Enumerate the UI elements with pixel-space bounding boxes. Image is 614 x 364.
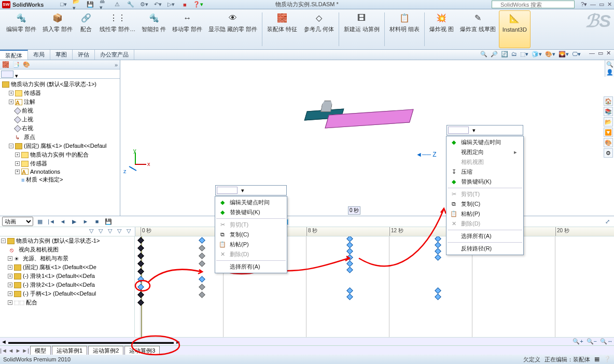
new-icon[interactable]: □▾	[59, 1, 67, 9]
close-button[interactable]: ✕	[607, 1, 612, 8]
prev-frame-icon[interactable]: ◄	[58, 217, 67, 226]
ctx2-paste[interactable]: 📋粘帖(P)	[448, 209, 522, 219]
filter3-icon[interactable]: ▽	[108, 228, 112, 235]
key[interactable]	[346, 260, 353, 267]
mini-dd-arrow[interactable]: ▾	[239, 186, 247, 194]
key[interactable]	[199, 253, 205, 259]
ctx-cut[interactable]: ✂剪切(T)	[216, 220, 286, 230]
key[interactable]	[137, 284, 144, 290]
search-input[interactable]	[492, 1, 575, 8]
tab-model[interactable]: 模型	[30, 346, 51, 355]
new-motion-button[interactable]: 🎞新建运 动算例	[341, 10, 383, 48]
key[interactable]	[137, 237, 144, 244]
config-mgr-icon[interactable]: 📑	[12, 61, 20, 68]
ctx2-copy[interactable]: ⧉复制(C)	[448, 199, 522, 209]
tab-assembly[interactable]: 装配体	[0, 50, 28, 60]
timeline-ruler[interactable]: 0 秒 4 秒 8 秒 12 秒 16 秒 20 秒 1x 0 秒	[135, 227, 614, 236]
appearance-icon[interactable]: 🎨	[604, 138, 613, 147]
select-icon[interactable]: ▷▾	[167, 1, 175, 9]
tree-item[interactable]: Annotations	[30, 169, 60, 175]
key[interactable]	[199, 245, 205, 251]
ctx2-select-all[interactable]: 选择所有(A)	[448, 231, 522, 241]
restore-button[interactable]: ▭	[599, 1, 604, 8]
save-icon[interactable]: 💾	[86, 1, 94, 9]
help-icon[interactable]: ❓▾	[194, 1, 202, 9]
ctx-paste[interactable]: 📋粘帖(P)	[216, 240, 286, 249]
doc-restore-button[interactable]: ▭	[598, 50, 603, 60]
tree-root[interactable]: 物质动力实例 (默认<显示状态-1>)	[11, 80, 96, 88]
tree-item[interactable]: (固定) 腐板<1> (Default<<Defaul	[24, 142, 107, 150]
zoom-in-icon[interactable]: 🔍+	[573, 338, 583, 345]
timeline-scrollbar[interactable]: ◄ ▬▬▬▬▬▬▬▬▬▬▬▬▬▬▬▬▬▬▬▬▬▬▬▬▬▬▬▬▬ ► 🔍+🔍−🔍↔	[0, 337, 614, 345]
key[interactable]	[137, 268, 144, 275]
warn-icon[interactable]: ⚠	[113, 1, 121, 9]
key[interactable]	[137, 291, 144, 298]
tree-item[interactable]: 材质 <未指定>	[26, 176, 63, 184]
options-icon[interactable]: ⚙▾	[140, 1, 148, 9]
display-icon[interactable]: 🧊▾	[532, 51, 542, 59]
search-box[interactable]	[492, 1, 575, 8]
tree-item[interactable]: 注解	[24, 98, 35, 106]
zoom-fit-icon[interactable]: 🔍	[480, 51, 487, 59]
filter2-icon[interactable]: ▽	[99, 228, 103, 235]
status-icon[interactable]: ▦	[594, 356, 599, 363]
edit-part-button[interactable]: 🔩编辑零 部件	[3, 10, 39, 48]
rebuild-icon[interactable]: 🔧	[127, 1, 135, 9]
key[interactable]	[435, 242, 441, 248]
key[interactable]	[137, 260, 144, 267]
tab-sketch[interactable]: 草图	[50, 50, 73, 60]
move-part-button[interactable]: ↔移动零 部件	[169, 10, 205, 48]
explode-view-button[interactable]: 💥爆炸视 图	[426, 10, 457, 48]
folder-icon[interactable]: 📂	[604, 117, 613, 127]
key[interactable]	[137, 299, 144, 306]
key[interactable]	[435, 287, 441, 294]
tab-office[interactable]: 办公室产品	[95, 50, 134, 60]
timeline-area[interactable]	[135, 236, 614, 337]
head-icon[interactable]: 👤	[606, 69, 613, 76]
ctx-copy[interactable]: ⧉复制(C)	[216, 230, 286, 240]
assembly-feature-button[interactable]: 🧱装配体 特征	[264, 10, 300, 48]
smart-fastener-button[interactable]: 🔩智能扣 件	[138, 10, 169, 48]
play-icon[interactable]: ▶	[69, 217, 79, 226]
print-icon[interactable]: 🖶▾	[100, 1, 108, 9]
section-icon[interactable]: 🗂	[511, 51, 517, 59]
mini-dropdown[interactable]	[448, 127, 469, 134]
bom-button[interactable]: 📋材料明 细表	[386, 10, 423, 48]
tree-item[interactable]: 传感器	[24, 89, 41, 97]
tree-item[interactable]: 前视	[22, 107, 33, 115]
feature-mgr-icon[interactable]: 🧱	[2, 61, 9, 68]
key[interactable]	[435, 248, 441, 255]
zoom-out-icon[interactable]: 🔍−	[587, 338, 597, 345]
open-icon[interactable]: 📂▾	[73, 1, 81, 9]
key[interactable]	[199, 237, 205, 244]
library-icon[interactable]: 📚	[604, 107, 613, 116]
key[interactable]	[137, 276, 144, 283]
zoom-fit-icon[interactable]: 🔍↔	[600, 338, 613, 345]
filter4-icon[interactable]: ▽	[117, 228, 121, 235]
explode-sketch-button[interactable]: ✎爆炸直 线草图	[457, 10, 499, 48]
doc-close-button[interactable]: ✕	[606, 50, 611, 60]
status-help-icon[interactable]: ❔	[604, 356, 611, 363]
motion-type-select[interactable]: 动画	[2, 217, 33, 226]
orientation-icon[interactable]: ⬚▾	[520, 51, 528, 59]
key[interactable]	[346, 248, 353, 255]
filter5-icon[interactable]: ▽	[127, 228, 131, 235]
ctx2-cut[interactable]: ✂剪切(T)	[448, 189, 522, 199]
show-hide-button[interactable]: 👁显示隐 藏的零 部件	[205, 10, 260, 48]
next-frame-icon[interactable]: ►	[81, 217, 90, 226]
scene-icon[interactable]: 🌄▾	[559, 51, 569, 59]
ctx2-compress[interactable]: ↧压缩	[448, 167, 522, 177]
ref-geom-button[interactable]: ◇参考几 何体	[301, 10, 337, 48]
save-anim-icon[interactable]: 💾	[104, 217, 113, 226]
expand-icon[interactable]: ⤢	[603, 217, 612, 226]
ctx2-reverse-path[interactable]: 反转路径(R)	[448, 244, 522, 254]
panel-collapse-icon[interactable]: »	[115, 62, 118, 68]
key[interactable]	[137, 253, 144, 259]
motion-tree[interactable]: −物质动力实例 (默认<显示状态-1> ⦸视向及相机视图 +☀光源、相机与布景 …	[0, 236, 135, 337]
display-mgr-icon[interactable]: 🎨	[23, 61, 30, 68]
tree-item[interactable]: 右视	[22, 124, 33, 132]
key[interactable]	[199, 260, 205, 267]
linear-parts-button[interactable]: ⋮⋮线性零 部件…	[96, 10, 138, 48]
key[interactable]	[346, 254, 353, 261]
key[interactable]	[199, 276, 205, 283]
